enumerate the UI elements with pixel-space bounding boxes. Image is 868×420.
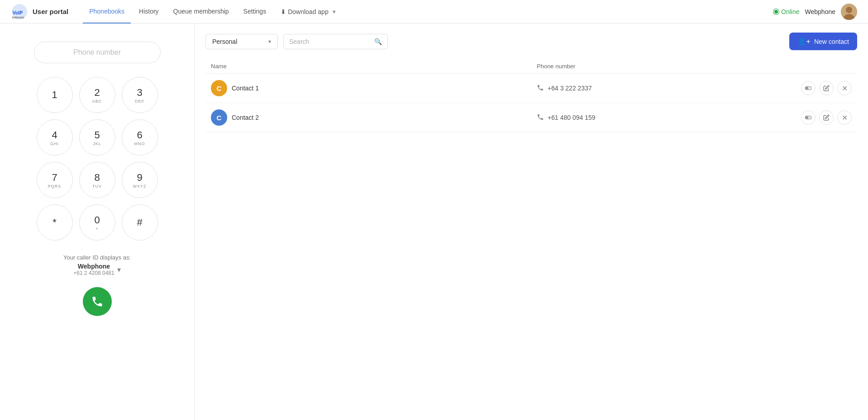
caller-id-label: Your caller ID displays as: bbox=[63, 254, 131, 261]
contact-name-cell: C Contact 2 bbox=[211, 109, 526, 126]
main-nav: Phonebooks History Queue membership Sett… bbox=[83, 0, 773, 24]
col-header-name: Name bbox=[205, 59, 531, 74]
chevron-down-icon: ▾ bbox=[268, 38, 271, 45]
edit-button[interactable] bbox=[819, 110, 834, 125]
new-contact-button[interactable]: 👤+ New contact bbox=[789, 33, 857, 50]
phonebook-toolbar: Personal ▾ 🔍 👤+ New contact bbox=[205, 33, 857, 50]
row-actions: ✕ bbox=[801, 110, 852, 125]
contact-avatar: C bbox=[211, 80, 227, 96]
phone-number-input[interactable] bbox=[34, 42, 161, 63]
phone-handset-icon bbox=[91, 295, 104, 308]
phonebook-select[interactable]: Personal ▾ bbox=[205, 34, 278, 49]
nav-phonebooks[interactable]: Phonebooks bbox=[83, 0, 131, 24]
dialpad-grid: 1 2 ABC 3 DEF 4 GHI 5 JKL 6 MNO bbox=[37, 77, 158, 241]
toggle-button[interactable] bbox=[801, 81, 816, 95]
contacts-list: C Contact 1 +64 3 222 2337 ✕ bbox=[205, 74, 857, 132]
phone-icon bbox=[537, 84, 544, 93]
logo-area: VoIP telecom User portal bbox=[11, 3, 68, 20]
dial-key-0[interactable]: 0 + bbox=[79, 204, 115, 241]
table-row: C Contact 2 +61 480 094 159 ✕ bbox=[205, 103, 857, 132]
contact-name-cell: C Contact 1 bbox=[211, 80, 526, 96]
header-right: Online Webphone bbox=[773, 4, 857, 20]
dial-key-7[interactable]: 7 PQRS bbox=[37, 162, 73, 198]
col-header-phone: Phone number bbox=[531, 59, 796, 74]
chevron-down-icon: ▾ bbox=[117, 265, 121, 274]
username-label: Webphone bbox=[805, 8, 835, 15]
dial-key-3[interactable]: 3 DEF bbox=[122, 77, 158, 113]
phone-number: +64 3 222 2337 bbox=[548, 85, 592, 92]
caller-id-section: Your caller ID displays as: Webphone +61… bbox=[63, 254, 131, 276]
nav-queue-membership[interactable]: Queue membership bbox=[167, 0, 235, 24]
delete-button[interactable]: ✕ bbox=[837, 110, 852, 125]
svg-point-4 bbox=[846, 7, 852, 13]
contact-avatar: C bbox=[211, 109, 227, 126]
dial-key-8[interactable]: 8 TUV bbox=[79, 162, 115, 198]
svg-text:VoIP: VoIP bbox=[13, 10, 23, 15]
toggle-button[interactable] bbox=[801, 110, 816, 125]
dial-key-4[interactable]: 4 GHI bbox=[37, 119, 73, 156]
call-button[interactable] bbox=[83, 287, 112, 316]
voipline-logo: VoIP telecom bbox=[11, 3, 28, 20]
table-header: Name Phone number bbox=[205, 59, 857, 74]
svg-point-8 bbox=[809, 87, 811, 89]
phone-icon bbox=[537, 113, 544, 122]
header: VoIP telecom User portal Phonebooks Hist… bbox=[0, 0, 868, 24]
contacts-table: Name Phone number C Contact 1 +64 3 222 … bbox=[205, 59, 857, 132]
dial-key-1[interactable]: 1 bbox=[37, 77, 73, 113]
delete-button[interactable]: ✕ bbox=[837, 81, 852, 95]
phone-cell: +61 480 094 159 bbox=[537, 113, 790, 122]
edit-button[interactable] bbox=[819, 81, 834, 95]
dial-key-9[interactable]: 9 WXYZ bbox=[122, 162, 158, 198]
dial-key-hash[interactable]: # bbox=[122, 204, 158, 241]
phone-number: +61 480 094 159 bbox=[548, 114, 596, 121]
caller-id-number: +61 2 4208 0481 bbox=[73, 270, 114, 276]
caller-id-name: Webphone bbox=[73, 263, 114, 270]
svg-point-11 bbox=[809, 116, 811, 118]
table-row: C Contact 1 +64 3 222 2337 ✕ bbox=[205, 74, 857, 103]
add-person-icon: 👤+ bbox=[797, 37, 811, 46]
search-icon: 🔍 bbox=[374, 38, 382, 45]
dial-key-star[interactable]: * bbox=[37, 204, 73, 241]
status-badge: Online bbox=[773, 8, 799, 15]
status-dot bbox=[773, 9, 779, 14]
search-box: 🔍 bbox=[283, 34, 388, 49]
dial-key-2[interactable]: 2 ABC bbox=[79, 77, 115, 113]
nav-settings[interactable]: Settings bbox=[237, 0, 273, 24]
contact-name: Contact 2 bbox=[232, 114, 259, 121]
row-actions: ✕ bbox=[801, 81, 852, 95]
app-title: User portal bbox=[33, 8, 68, 15]
avatar[interactable] bbox=[841, 4, 857, 20]
caller-id-row[interactable]: Webphone +61 2 4208 0481 ▾ bbox=[63, 263, 131, 276]
download-icon: ⬇ bbox=[281, 8, 286, 15]
svg-text:telecom: telecom bbox=[12, 15, 24, 19]
chevron-down-icon: ▼ bbox=[332, 9, 337, 14]
dial-key-6[interactable]: 6 MNO bbox=[122, 119, 158, 156]
contact-name: Contact 1 bbox=[232, 85, 259, 92]
search-input[interactable] bbox=[289, 38, 371, 45]
main-layout: 1 2 ABC 3 DEF 4 GHI 5 JKL 6 MNO bbox=[0, 24, 868, 420]
phone-cell: +64 3 222 2337 bbox=[537, 84, 790, 93]
dialpad-panel: 1 2 ABC 3 DEF 4 GHI 5 JKL 6 MNO bbox=[0, 24, 195, 420]
download-app-nav[interactable]: ⬇ Download app ▼ bbox=[274, 0, 343, 24]
phonebook-panel: Personal ▾ 🔍 👤+ New contact Name Phone n… bbox=[195, 24, 868, 420]
nav-history[interactable]: History bbox=[133, 0, 165, 24]
dial-key-5[interactable]: 5 JKL bbox=[79, 119, 115, 156]
